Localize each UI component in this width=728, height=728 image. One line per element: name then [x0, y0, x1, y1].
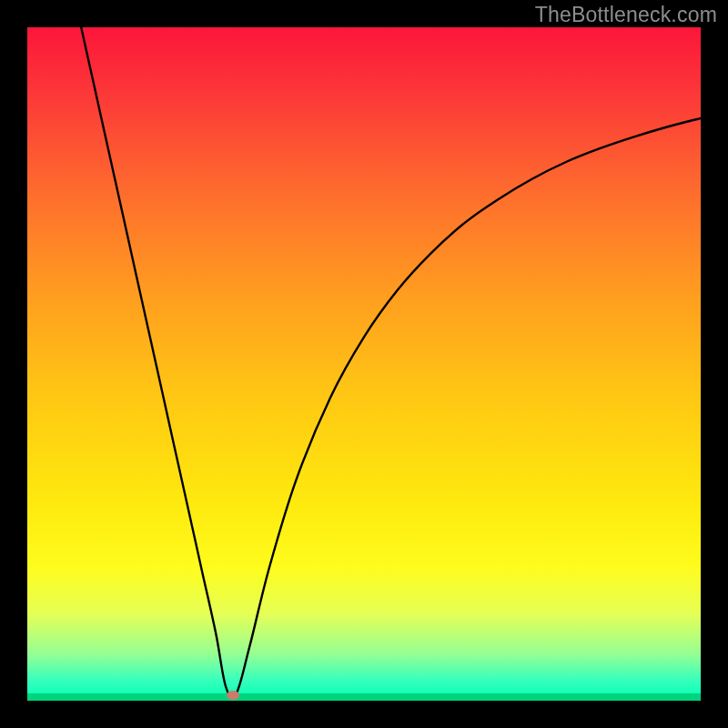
minimum-marker — [227, 691, 239, 700]
chart-container: TheBottleneck.com — [0, 0, 728, 728]
watermark-text: TheBottleneck.com — [535, 3, 717, 27]
plot-area — [27, 27, 701, 701]
baseline-band — [27, 693, 701, 701]
